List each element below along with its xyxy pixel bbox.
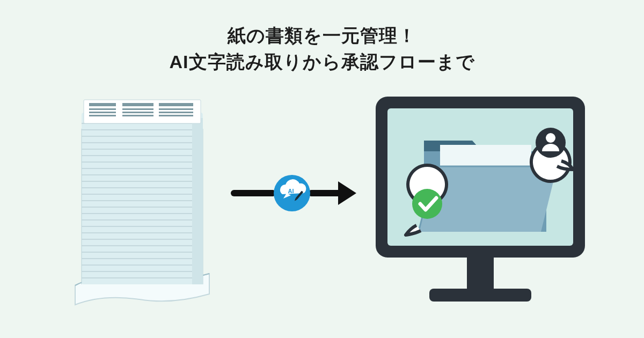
- svg-rect-28: [192, 118, 203, 284]
- svg-rect-40: [159, 112, 193, 113]
- svg-rect-51: [467, 258, 494, 290]
- diagram-stage: AI: [0, 91, 644, 327]
- arrow-right-icon: [311, 181, 356, 205]
- svg-rect-38: [159, 103, 193, 106]
- monitor-icon: [365, 91, 596, 317]
- svg-rect-32: [89, 112, 116, 113]
- title-line-2: AI文字読み取りから承認フローまで: [170, 52, 475, 72]
- svg-rect-30: [89, 103, 116, 106]
- svg-rect-31: [89, 108, 116, 110]
- svg-rect-52: [429, 289, 531, 302]
- svg-point-57: [546, 133, 555, 143]
- svg-rect-41: [159, 115, 193, 116]
- ai-cloud-icon: AI: [274, 175, 310, 211]
- svg-rect-36: [122, 112, 153, 113]
- page-title: 紙の書類を一元管理！ AI文字読み取りから承認フローまで: [0, 23, 644, 76]
- svg-rect-35: [122, 108, 153, 110]
- title-line-1: 紙の書類を一元管理！: [228, 25, 416, 46]
- ai-badge-label: AI: [288, 188, 294, 194]
- svg-rect-39: [159, 108, 193, 110]
- svg-point-55: [412, 189, 442, 219]
- svg-rect-34: [122, 103, 153, 106]
- svg-marker-44: [338, 181, 356, 205]
- paper-stack-icon: [64, 97, 220, 311]
- arrow-with-ai-badge: AI: [231, 172, 360, 215]
- svg-rect-33: [89, 115, 116, 116]
- svg-rect-37: [122, 115, 153, 116]
